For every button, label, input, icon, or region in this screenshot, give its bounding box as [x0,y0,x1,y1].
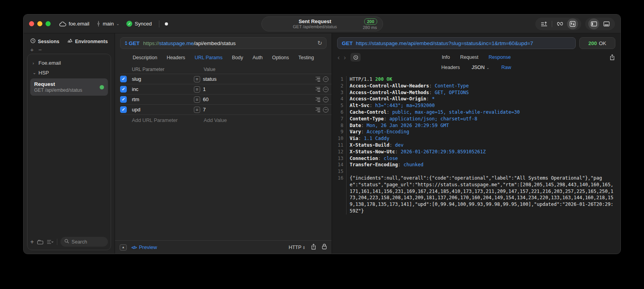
request-duration: 280 ms [363,25,377,30]
request-method[interactable]: GET [129,40,140,46]
remove-param-icon[interactable] [323,87,328,92]
param-row-inc[interactable]: ✓inc=1 [120,84,332,95]
param-row-rtm[interactable]: ✓rtm=60 [120,95,332,105]
lock-icon[interactable] [322,244,327,251]
tab-testing[interactable]: Testing [298,55,314,60]
equals-type-icon[interactable]: = [194,107,200,113]
code-line: 7Content-Type: application/json; charset… [332,116,615,122]
new-folder-icon[interactable] [37,239,44,245]
response-code[interactable]: 1HTTP/1.1 200 OK2Access-Control-Allow-He… [332,74,620,254]
param-enabled-checkbox[interactable]: ✓ [120,86,127,93]
timing-clock-icon[interactable] [350,53,361,62]
preview-button[interactable]: </> Preview [131,244,157,250]
param-row-upd[interactable]: ✓upd=7 [120,105,332,115]
request-list-item-selected[interactable]: Request GET /api/embed/status [30,78,108,96]
param-enabled-checkbox[interactable]: ✓ [120,76,127,82]
line-number: 6 [332,109,346,116]
view-tab-headers[interactable]: Headers [441,65,460,70]
left-sidebar-toggle-icon[interactable] [588,18,599,29]
param-value-field[interactable]: status [203,76,217,82]
add-value-placeholder[interactable]: Add Value [194,117,332,123]
line-number: 12 [332,149,346,155]
history-forward-button[interactable]: › [344,54,346,61]
tab-auth[interactable]: Auth [252,55,263,60]
equals-type-icon[interactable]: = [194,76,200,82]
param-name-field[interactable]: inc [132,86,194,92]
response-url-bar[interactable]: GET https://statuspage.me/api/embed/stat… [337,37,576,49]
send-receive-panel-icon[interactable] [567,18,578,29]
minimize-window-button[interactable] [37,21,42,26]
tab-environments-label: Environments [75,39,108,44]
line-number: 11 [332,142,346,149]
param-value-field[interactable]: 60 [203,96,208,102]
remove-session-button[interactable]: − [38,46,42,53]
tab-url-params[interactable]: URL Params [195,55,223,60]
tab-headers[interactable]: Headers [167,55,185,60]
add-request-button[interactable]: + [30,238,34,245]
view-tab-raw[interactable]: Raw [501,65,511,70]
code-line: 14Transfer-Encoding: chunked [332,162,615,168]
sent-request-capsule[interactable]: Sent Request GET /api/embed/status 200 2… [261,16,383,31]
param-description-icon[interactable] [316,107,320,112]
sort-list-icon[interactable] [47,240,54,244]
export-response-icon[interactable] [609,54,615,60]
tree-item-foe-email[interactable]: › Foe.email [30,58,108,68]
search-input[interactable]: Search [60,237,108,247]
param-description-icon[interactable] [316,87,320,92]
param-name-field[interactable]: upd [132,107,194,113]
collapse-panel-button[interactable]: ▲ [120,244,127,251]
url-host: statuspage.me [159,40,194,46]
param-value-field[interactable]: 7 [203,107,206,113]
code-line: 9Vary: Accept-Encoding [332,129,615,135]
tab-response[interactable]: Response [489,55,511,60]
branch-switcher[interactable]: main ⌄ [97,21,120,27]
tab-environments[interactable]: Environments [67,38,108,45]
param-enabled-checkbox[interactable]: ✓ [120,96,127,103]
tab-body[interactable]: Body [232,55,243,60]
param-name-field[interactable]: rtm [132,96,194,102]
tab-description[interactable]: Description [133,55,157,60]
request-url-bar[interactable]: GET https://statuspage.me/api/embed/stat… [120,37,327,49]
tab-sessions[interactable]: Sessions [30,38,59,45]
chevron-down-icon: ⌄ [486,65,489,70]
project-switcher[interactable]: foe.email [59,21,89,27]
line-number: 7 [332,116,346,122]
remove-param-icon[interactable] [323,76,328,82]
export-lines-icon[interactable] [538,18,549,29]
tab-options[interactable]: Options [272,55,289,60]
zoom-window-button[interactable] [46,21,51,26]
param-enabled-checkbox[interactable]: ✓ [120,106,127,113]
remove-param-icon[interactable] [323,107,328,113]
environments-layers-icon [67,38,73,45]
tab-info[interactable]: Info [442,55,450,60]
request-title: Sent Request [267,18,363,24]
chevron-down-icon: ⌄ [33,70,36,75]
method-select-arrows-icon[interactable] [124,41,128,45]
requests-loop-icon[interactable] [555,18,566,29]
status-code-badge: 200 [364,18,377,25]
share-icon[interactable] [311,244,316,251]
select-arrows-icon: ▲▼ [303,245,305,249]
equals-type-icon[interactable]: = [194,86,200,93]
param-name-field[interactable]: slug [132,76,194,82]
response-status-box: 200 OK [579,37,615,49]
param-description-icon[interactable] [316,77,320,82]
protocol-selector[interactable]: HTTP ▲▼ [288,245,305,250]
equals-type-icon[interactable]: = [194,96,200,103]
param-row-slug[interactable]: ✓slug=status [120,74,332,84]
add-parameter-placeholder[interactable]: Add URL Parameter [132,117,194,123]
tree-item-hsp[interactable]: ⌄ HSP [30,68,108,78]
resend-refresh-icon[interactable]: ↻ [317,40,322,47]
tab-request[interactable]: Request [460,55,479,60]
history-back-button[interactable]: ‹ [338,54,340,61]
sync-status[interactable]: ✓ Synced [126,21,151,27]
history-clock-icon [30,38,36,45]
close-window-button[interactable] [29,21,34,26]
param-description-icon[interactable] [316,97,320,102]
param-value-field[interactable]: 1 [203,86,206,92]
add-session-button[interactable]: + [30,46,34,53]
view-tab-json[interactable]: JSON⌄ [472,65,490,70]
remove-param-icon[interactable] [323,97,328,102]
request-tabs: DescriptionHeadersURL ParamsBodyAuthOpti… [115,50,332,65]
bottom-panel-toggle-icon[interactable] [601,18,612,29]
